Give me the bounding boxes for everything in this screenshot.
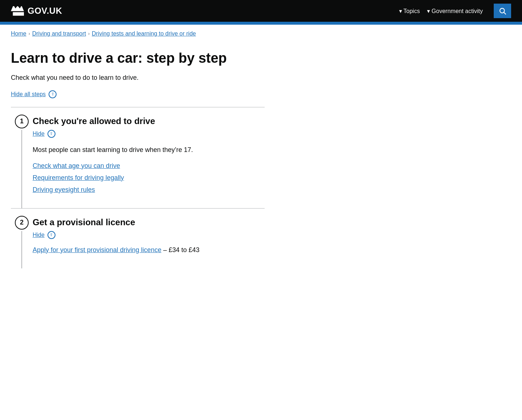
step-2-link-provisional: Apply for your first provisional driving… — [33, 246, 265, 254]
step-1-toggle: Hide ⇧ — [33, 130, 265, 138]
government-activity-menu[interactable]: ▾ Government activity — [427, 8, 483, 15]
header-nav: ▾ Topics ▾ Government activity — [399, 4, 511, 18]
step-2-line — [21, 231, 22, 268]
step-1-section: 1 Check you're allowed to drive Hide ⇧ M… — [11, 107, 265, 208]
step-1-hide-link[interactable]: Hide — [33, 131, 45, 137]
step-2-toggle: Hide ⇧ — [33, 231, 265, 239]
hide-all-steps-chevron[interactable]: ⇧ — [49, 90, 57, 98]
breadcrumb-driving-tests[interactable]: Driving tests and learning to drive or r… — [92, 30, 196, 37]
step-1-circle: 1 — [15, 115, 29, 128]
step-2-hide-link[interactable]: Hide — [33, 232, 45, 238]
hide-all-steps-control: Hide all steps ⇧ — [11, 90, 265, 98]
step-2-number-col: 2 — [11, 216, 33, 268]
crown-icon — [11, 4, 24, 17]
step-1-line — [21, 130, 22, 208]
step-2-link-detail: – £34 to £43 — [161, 246, 199, 254]
topics-menu[interactable]: ▾ Topics — [399, 8, 420, 15]
step-1-body: Most people can start learning to drive … — [33, 145, 265, 155]
step-2-title: Get a provisional licence — [33, 217, 265, 227]
hide-all-steps-link[interactable]: Hide all steps — [11, 91, 46, 98]
main-content: Learn to drive a car: step by step Check… — [0, 43, 276, 290]
breadcrumb-sep-1: › — [29, 31, 30, 36]
step-2-chevron[interactable]: ⇧ — [47, 231, 55, 239]
svg-line-1 — [504, 12, 506, 15]
page-subtitle: Check what you need to do to learn to dr… — [11, 74, 265, 82]
step-1-chevron[interactable]: ⇧ — [47, 130, 55, 138]
breadcrumb-home[interactable]: Home — [11, 30, 26, 37]
step-2-content: Get a provisional licence Hide ⇧ Apply f… — [33, 216, 265, 268]
blue-bar — [0, 22, 522, 25]
step-1-links: Check what age you can drive Requirement… — [33, 162, 265, 194]
step-1-number-col: 1 — [11, 115, 33, 208]
page-title: Learn to drive a car: step by step — [11, 50, 265, 67]
search-button[interactable] — [494, 4, 511, 18]
step-2-circle: 2 — [15, 216, 29, 230]
step-1-link-requirements[interactable]: Requirements for driving legally — [33, 174, 265, 182]
step-1-content: Check you're allowed to drive Hide ⇧ Mos… — [33, 115, 265, 208]
step-2-section: 2 Get a provisional licence Hide ⇧ Apply… — [11, 208, 265, 268]
breadcrumb-sep-2: › — [88, 31, 90, 36]
gov-uk-logo[interactable]: GOV.UK — [11, 4, 62, 17]
breadcrumb: Home › Driving and transport › Driving t… — [0, 25, 522, 43]
step-2-link-apply[interactable]: Apply for your first provisional driving… — [33, 246, 161, 254]
step-1-link-age[interactable]: Check what age you can drive — [33, 162, 265, 170]
breadcrumb-driving-transport[interactable]: Driving and transport — [32, 30, 86, 37]
site-header: GOV.UK ▾ Topics ▾ Government activity — [0, 0, 522, 22]
search-icon — [499, 7, 506, 15]
logo-text: GOV.UK — [28, 6, 62, 16]
step-1-title: Check you're allowed to drive — [33, 116, 265, 126]
step-1-link-eyesight[interactable]: Driving eyesight rules — [33, 186, 265, 194]
